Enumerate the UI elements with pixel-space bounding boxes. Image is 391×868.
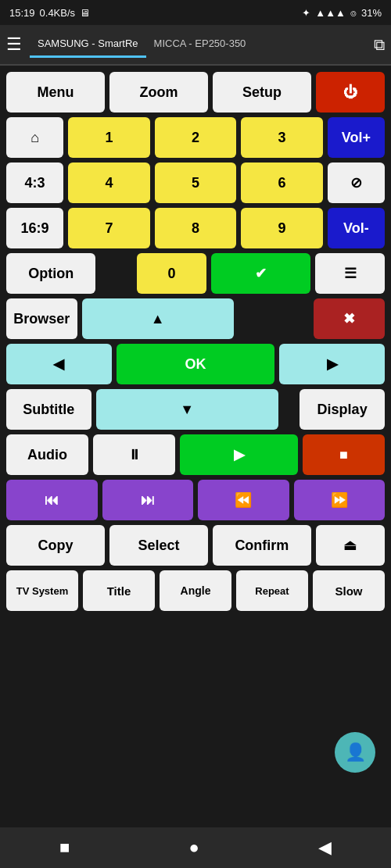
fastforward-button[interactable]: ⏩	[294, 480, 386, 520]
list-button[interactable]: ☰	[315, 253, 385, 294]
row-2: ⌂ 1 2 3 Vol+	[6, 117, 385, 158]
voldown-button[interactable]: Vol-	[328, 208, 385, 248]
audio-button[interactable]: Audio	[6, 434, 88, 475]
battery-text: 31%	[361, 7, 382, 19]
menu-button[interactable]: Menu	[6, 72, 105, 113]
num4-button[interactable]: 4	[68, 163, 150, 203]
signal-icon: ▲▲▲	[315, 7, 346, 19]
subtitle-button[interactable]: Subtitle	[6, 389, 91, 430]
play-button[interactable]: ▶	[180, 434, 297, 475]
volup-button[interactable]: Vol+	[328, 117, 385, 158]
left-button[interactable]: ◀	[6, 344, 112, 384]
status-time: 15:19	[9, 7, 35, 19]
num0-button[interactable]: 0	[137, 253, 206, 294]
nav-square-icon[interactable]: ■	[59, 838, 70, 858]
option-button[interactable]: Option	[6, 253, 95, 294]
display-button[interactable]: Display	[300, 389, 385, 430]
close-button[interactable]: ✖	[314, 298, 385, 339]
num6-button[interactable]: 6	[241, 163, 323, 203]
row-5: Option 0 ✔ ☰	[6, 253, 385, 294]
num9-button[interactable]: 9	[241, 208, 323, 248]
stop-button[interactable]: ■	[303, 434, 385, 475]
screen-icon: 🖥	[80, 7, 90, 19]
repeat-button[interactable]: Repeat	[236, 570, 308, 611]
status-bar: 15:19 0.4KB/s 🖥 ✦ ▲▲▲ ⌾ 31%	[0, 0, 391, 25]
copy-layout-icon[interactable]: ⧉	[374, 36, 385, 54]
bottom-nav-bar: ■ ● ◀	[0, 827, 391, 868]
row-6: Browser ▲ ✖	[6, 298, 385, 339]
row-11: Copy Select Confirm ⏏	[6, 525, 385, 566]
tvsystem-button[interactable]: TV System	[6, 570, 78, 611]
status-data: 0.4KB/s	[40, 7, 76, 19]
slow-button[interactable]: Slow	[313, 570, 385, 611]
num5-button[interactable]: 5	[155, 163, 237, 203]
row-10: ⏮ ⏭ ⏪ ⏩	[6, 480, 385, 520]
row-3: 4:3 4 5 6 ⊘	[6, 163, 385, 203]
remote-wrapper: Menu Zoom Setup ⏻ ⌂ 1 2 3 Vol+ 4:3 4 5 6…	[0, 66, 391, 827]
tab-micca[interactable]: MICCA - EP250-350	[146, 31, 254, 58]
nav-back-icon[interactable]: ◀	[318, 838, 332, 858]
ratio169-button[interactable]: 16:9	[6, 208, 63, 248]
row-8: Subtitle ▼ Display	[6, 389, 385, 430]
check-button[interactable]: ✔	[211, 253, 310, 294]
fab-button[interactable]: 👤	[335, 732, 375, 773]
skip-end-button[interactable]: ⏭	[102, 480, 194, 520]
num8-button[interactable]: 8	[155, 208, 237, 248]
nav-circle-icon[interactable]: ●	[188, 838, 199, 858]
num1-button[interactable]: 1	[68, 117, 150, 158]
num3-button[interactable]: 3	[241, 117, 323, 158]
select-button[interactable]: Select	[109, 525, 208, 566]
right-button[interactable]: ▶	[279, 344, 385, 384]
ratio43-button[interactable]: 4:3	[6, 163, 63, 203]
up-button[interactable]: ▲	[82, 298, 234, 339]
wifi-icon: ⌾	[350, 7, 357, 19]
row-7: ◀ OK ▶	[6, 344, 385, 384]
nav-tabs: SAMSUNG - SmartRe MICCA - EP250-350	[30, 31, 374, 58]
setup-button[interactable]: Setup	[213, 72, 311, 113]
eject-button[interactable]: ⏏	[316, 525, 385, 566]
status-left: 15:19 0.4KB/s 🖥	[9, 7, 90, 19]
mute-button[interactable]: ⊘	[328, 163, 385, 203]
copy-button[interactable]: Copy	[6, 525, 105, 566]
remote-content: Menu Zoom Setup ⏻ ⌂ 1 2 3 Vol+ 4:3 4 5 6…	[0, 66, 391, 827]
num2-button[interactable]: 2	[155, 117, 237, 158]
nav-bar: ☰ SAMSUNG - SmartRe MICCA - EP250-350 ⧉	[0, 25, 391, 66]
hamburger-button[interactable]: ☰	[6, 34, 22, 55]
skip-start-button[interactable]: ⏮	[6, 480, 98, 520]
bluetooth-icon: ✦	[302, 7, 310, 19]
fab-icon: 👤	[345, 742, 366, 763]
browser-button[interactable]: Browser	[6, 298, 77, 339]
power-button[interactable]: ⏻	[316, 72, 385, 113]
zoom-button[interactable]: Zoom	[109, 72, 208, 113]
confirm-button[interactable]: Confirm	[213, 525, 311, 566]
title-button[interactable]: Title	[83, 570, 155, 611]
home-button[interactable]: ⌂	[6, 117, 63, 158]
status-right: ✦ ▲▲▲ ⌾ 31%	[302, 7, 382, 19]
angle-button[interactable]: Angle	[160, 570, 231, 611]
down-button[interactable]: ▼	[96, 389, 278, 430]
row-9: Audio ⏸ ▶ ■	[6, 434, 385, 475]
row-12: TV System Title Angle Repeat Slow	[6, 570, 385, 611]
row-1: Menu Zoom Setup ⏻	[6, 72, 385, 113]
ok-button[interactable]: OK	[117, 344, 274, 384]
tab-samsung[interactable]: SAMSUNG - SmartRe	[30, 31, 146, 58]
rewind-button[interactable]: ⏪	[198, 480, 289, 520]
pause-button[interactable]: ⏸	[93, 434, 175, 475]
row-4: 16:9 7 8 9 Vol-	[6, 208, 385, 248]
num7-button[interactable]: 7	[68, 208, 150, 248]
